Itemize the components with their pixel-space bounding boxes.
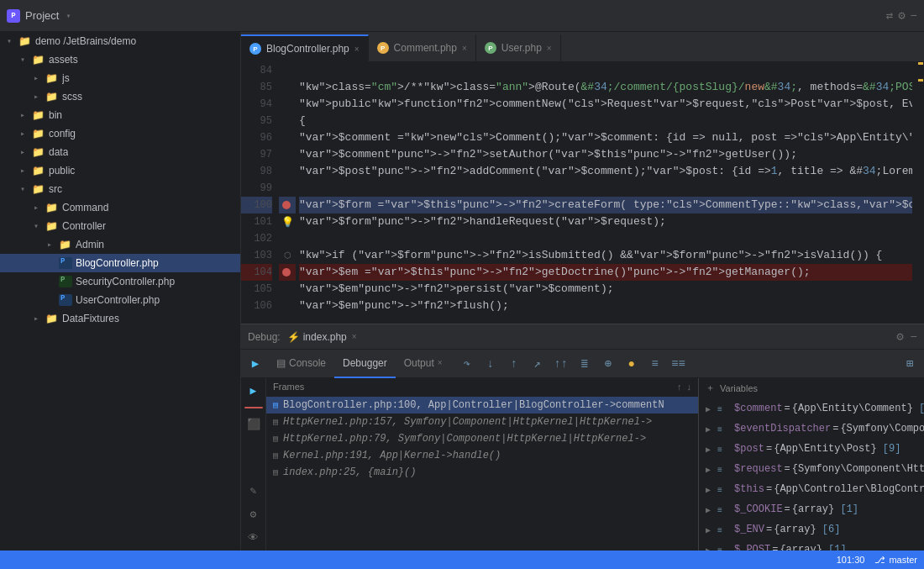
sidebar-item-2[interactable]: ▸ 📁 js: [0, 69, 240, 87]
var-item-5[interactable]: ▶ ≡ $_COOKIE = {array} [1]: [699, 500, 924, 520]
tab-console[interactable]: ▤ Console: [268, 350, 334, 378]
sidebar-item-12[interactable]: P BlogController.php: [0, 254, 240, 272]
line-number-96: 96: [241, 129, 272, 146]
sidebar-item-9[interactable]: ▸ 📁 Command: [0, 198, 240, 217]
gutter-item-106: [279, 298, 296, 314]
step-over-icon[interactable]: ↷: [456, 353, 478, 375]
tab-debugger[interactable]: Debugger: [334, 350, 396, 378]
sidebar-item-15[interactable]: ▸ 📁 DataFixtures: [0, 309, 240, 328]
var-name-0: $comment: [734, 401, 783, 416]
var-item-2[interactable]: ▶ ≡ $post = {App\Entity\Post} [9]: [699, 440, 924, 460]
sidebar-item-label: bin: [49, 109, 62, 121]
split-icon[interactable]: ⇄: [886, 8, 893, 23]
sidebar-item-6[interactable]: ▸ 📁 data: [0, 143, 240, 161]
sidebar-item-10[interactable]: ▾ 📁 Controller: [0, 217, 240, 235]
gutter-item-96: [279, 129, 296, 146]
debug-title: Debug:: [248, 331, 281, 343]
var-item-0[interactable]: ▶ ≡ $comment = {App\Entity\Comment} [5]: [699, 399, 924, 419]
debug-file-close[interactable]: ×: [352, 332, 357, 341]
tab-blog[interactable]: P BlogController.php ×: [241, 34, 369, 61]
settings-icon[interactable]: ⚙: [898, 8, 905, 23]
tab-close-comment[interactable]: ×: [462, 44, 467, 53]
breakpoint-dot-100[interactable]: [282, 201, 291, 209]
sidebar-item-5[interactable]: ▸ 📁 config: [0, 124, 240, 143]
status-branch[interactable]: ⎇ master: [874, 555, 917, 566]
frame-item-3[interactable]: ▤ Kernel.php:191, App|Kernel->handle(): [266, 447, 698, 464]
gutter-item-95: [279, 113, 296, 129]
debug-edit-btn[interactable]: ✎: [244, 482, 263, 500]
var-arrow-6[interactable]: ▶: [706, 524, 717, 539]
sidebar-item-13[interactable]: P SecurityController.php: [0, 272, 240, 291]
debug-settings-icon[interactable]: ⚙: [896, 329, 903, 344]
step-into-icon[interactable]: ↓: [480, 353, 501, 375]
sidebar-item-label: DataFixtures: [62, 313, 119, 324]
var-arrow-5[interactable]: ▶: [706, 503, 717, 519]
debug-minimize-icon[interactable]: −: [911, 330, 917, 344]
frame-item-4[interactable]: ▤ index.php:25, {main}(): [266, 464, 698, 481]
breakpoint-dot-104[interactable]: [282, 268, 291, 277]
tab-output-close[interactable]: ×: [438, 358, 443, 367]
code-content[interactable]: "kw">class="cm">/** "kw">class="ann">@Ro…: [296, 62, 912, 324]
variables-icon[interactable]: ⊕: [597, 353, 619, 375]
breakpoints-icon[interactable]: ≡: [644, 353, 666, 375]
debug-file-tab[interactable]: ⚡ index.php ×: [287, 331, 357, 343]
gutter-item-101: 💡: [279, 213, 296, 230]
sidebar-item-8[interactable]: ▾ 📁 src: [0, 180, 240, 198]
debug-run-btn[interactable]: ▶: [244, 382, 263, 400]
folder-icon: 📁: [45, 313, 59, 324]
code-editor[interactable]: 8485949596979899100101102103104105106 💡⬡…: [241, 62, 924, 324]
var-arrow-1[interactable]: ▶: [706, 423, 717, 438]
folder-icon: 📁: [45, 72, 59, 84]
var-item-1[interactable]: ▶ ≡ $eventDispatcher = {Symfony\Componen…: [699, 419, 924, 440]
debug-play-btn[interactable]: ▶: [244, 353, 266, 375]
tab-output[interactable]: Output ×: [396, 350, 451, 378]
all-breakpoints-icon[interactable]: ≡≡: [668, 353, 690, 375]
tab-close-blog[interactable]: ×: [354, 45, 360, 54]
var-arrow-0[interactable]: ▶: [706, 403, 717, 418]
tab-user[interactable]: P User.php ×: [476, 34, 561, 61]
sidebar-item-1[interactable]: ▾ 📁 assets: [0, 50, 240, 69]
sidebar-item-3[interactable]: ▸ 📁 scss: [0, 87, 240, 106]
frames-down-icon[interactable]: ↓: [687, 382, 692, 392]
var-item-3[interactable]: ▶ ≡ $request = {Symfony\Component\HttpFo…: [699, 460, 924, 480]
var-item-6[interactable]: ▶ ≡ $_ENV = {array} [6]: [699, 520, 924, 540]
sidebar-item-4[interactable]: ▸ 📁 bin: [0, 106, 240, 124]
variables-add-icon[interactable]: ＋: [706, 382, 715, 394]
run-to-cursor-icon[interactable]: ↗: [527, 353, 549, 375]
frames-up-icon[interactable]: ↑: [677, 382, 682, 392]
step-out-icon[interactable]: ↑: [503, 353, 525, 375]
right-gutter: [912, 62, 924, 324]
cameras-icon[interactable]: ⊞: [899, 353, 921, 375]
frames-icon[interactable]: ≣: [574, 353, 596, 375]
tab-close-user[interactable]: ×: [547, 44, 552, 53]
debug-gear-btn[interactable]: ⚙: [244, 505, 263, 524]
sidebar-item-label: SecurityController.php: [76, 276, 175, 287]
sidebar-item-14[interactable]: P UserController.php: [0, 291, 240, 309]
watch-icon[interactable]: ●: [621, 353, 643, 375]
var-count-2: [9]: [877, 441, 901, 456]
debug-mute-btn[interactable]: ⬛: [244, 415, 263, 434]
var-item-4[interactable]: ▶ ≡ $this = {App\Controller\BlogControll…: [699, 480, 924, 500]
frame-item-0[interactable]: ▤ BlogController.php:100, App|Controller…: [266, 397, 698, 414]
bulb-icon-101[interactable]: 💡: [281, 216, 294, 229]
var-arrow-4[interactable]: ▶: [706, 483, 717, 498]
debug-eye-btn[interactable]: 👁: [244, 529, 263, 547]
var-count-5: [1]: [834, 502, 858, 517]
status-bar: 101:30 ⎇ master: [0, 551, 924, 569]
frame-item-2[interactable]: ▤ HttpKernel.php:79, Symfony|Component|H…: [266, 430, 698, 447]
var-arrow-3[interactable]: ▶: [706, 463, 717, 478]
project-dropdown-arrow[interactable]: ▾: [66, 11, 71, 21]
tab-comment[interactable]: P Comment.php ×: [369, 34, 476, 61]
sidebar-item-0[interactable]: ▾ 📁 demo /JetBrains/demo: [0, 32, 240, 50]
line-col-text: 101:30: [837, 555, 865, 565]
frame-item-1[interactable]: ▤ HttpKernel.php:157, Symfony|Component|…: [266, 414, 698, 430]
sidebar-item-7[interactable]: ▸ 📁 public: [0, 161, 240, 180]
var-arrow-7[interactable]: ▶: [706, 544, 717, 551]
status-line-col[interactable]: 101:30: [837, 555, 865, 565]
sidebar-item-11[interactable]: ▸ 📁 Admin: [0, 235, 240, 254]
step-up-icon[interactable]: ↑↑: [550, 353, 572, 375]
var-arrow-2[interactable]: ▶: [706, 443, 717, 458]
minimize-icon[interactable]: −: [911, 9, 917, 23]
debug-tabs: ▶: [244, 353, 266, 375]
var-item-7[interactable]: ▶ ≡ $_POST = {array} [1]: [699, 540, 924, 551]
